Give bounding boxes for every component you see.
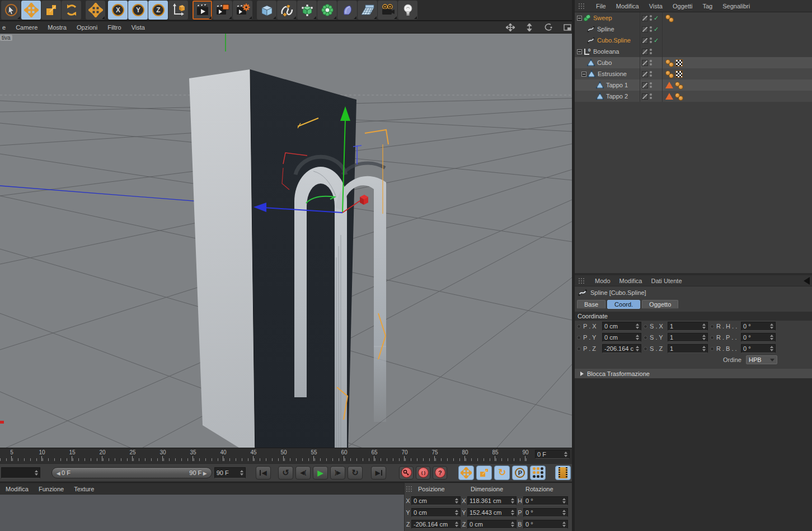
goto-end-icon[interactable]: ▶ xyxy=(371,466,386,480)
menu-modo[interactable]: Modo xyxy=(595,278,611,284)
menu-oggetti[interactable]: Oggetti xyxy=(673,3,692,10)
sx-field[interactable]: 1 xyxy=(668,322,708,331)
pan-view-icon[interactable] xyxy=(506,24,515,31)
rotate-icon[interactable] xyxy=(62,1,81,20)
enabled-check-icon[interactable]: ✓ xyxy=(654,15,659,22)
rotate-view-icon[interactable] xyxy=(544,24,553,31)
spinner[interactable] xyxy=(636,335,639,340)
material-list-area[interactable] xyxy=(0,495,404,531)
phong-tag-icon[interactable] xyxy=(665,15,674,22)
anim-dot[interactable] xyxy=(710,336,714,340)
menu-mostra[interactable]: Mostra xyxy=(48,24,67,31)
phong-tag-icon[interactable] xyxy=(675,93,683,100)
layer-toggle[interactable] xyxy=(642,60,648,66)
visibility-dots[interactable] xyxy=(650,93,652,99)
layer-toggle[interactable] xyxy=(642,71,648,77)
layer-toggle[interactable] xyxy=(642,82,648,88)
visibility-dots[interactable] xyxy=(650,26,652,32)
visibility-dots[interactable] xyxy=(650,71,652,77)
collapse-icon[interactable] xyxy=(577,49,582,54)
dim-x-field[interactable]: 118.361 cm xyxy=(467,496,517,505)
end-frame-field[interactable]: 90 F xyxy=(214,467,246,478)
tab-base[interactable]: Base xyxy=(577,300,606,309)
object-label[interactable]: Spline xyxy=(597,26,614,32)
visibility-dots[interactable] xyxy=(650,37,652,43)
move-free-icon[interactable] xyxy=(86,1,105,20)
object-label[interactable]: Tappo 1 xyxy=(606,82,628,88)
spline-pen-icon[interactable] xyxy=(277,1,297,20)
anim-dot[interactable] xyxy=(644,325,647,328)
collapse-icon[interactable] xyxy=(577,16,582,21)
anim-dot[interactable] xyxy=(710,325,714,328)
visibility-dots[interactable] xyxy=(650,60,652,65)
collapse-icon[interactable] xyxy=(581,72,586,77)
object-label[interactable]: Sweep xyxy=(593,15,612,21)
spinner[interactable] xyxy=(770,346,773,351)
render-settings-icon[interactable] xyxy=(233,1,252,20)
object-row-cubo[interactable]: Cubo xyxy=(575,57,812,68)
scale-icon[interactable] xyxy=(41,1,61,20)
preview-range-slider[interactable]: ◀ 0 F 90 F ▶ xyxy=(51,467,212,478)
play-backward-icon[interactable]: ↺ xyxy=(278,466,293,480)
timeline-ruler[interactable]: 5 10 15 20 25 30 35 40 45 50 55 60 65 70… xyxy=(0,448,572,463)
menu-camere[interactable]: Camere xyxy=(16,24,37,31)
render-picture-icon[interactable] xyxy=(213,1,232,20)
prev-key-icon[interactable]: ◀( xyxy=(295,466,311,480)
zoom-view-icon[interactable] xyxy=(525,24,534,31)
environment-icon[interactable] xyxy=(358,1,377,20)
enabled-check-icon[interactable]: ✓ xyxy=(654,37,659,44)
rot-h-field[interactable]: 0 ° xyxy=(523,496,568,505)
layer-toggle[interactable] xyxy=(642,15,648,21)
play-forward-icon[interactable]: ↻ xyxy=(348,466,363,480)
camera-icon[interactable] xyxy=(378,1,397,20)
coordinate-section-header[interactable]: Coordinate xyxy=(575,312,812,321)
menu-modifica[interactable]: Modifica xyxy=(6,486,29,492)
coord-system-icon[interactable] xyxy=(168,1,188,20)
render-view-icon[interactable] xyxy=(193,1,212,20)
object-label[interactable]: Cubo xyxy=(597,59,612,66)
key-rotation-icon[interactable]: ↻ xyxy=(494,466,510,480)
spinner[interactable] xyxy=(240,470,243,476)
viewport-name-badge[interactable]: tiva xyxy=(0,35,12,41)
key-parameter-icon[interactable]: P xyxy=(512,466,528,480)
object-label[interactable]: Cubo.Spline xyxy=(597,37,631,44)
menu-dati-utente[interactable]: Dati Utente xyxy=(651,278,682,284)
rot-b-field[interactable]: 0 ° xyxy=(523,520,568,529)
anim-dot[interactable] xyxy=(710,347,714,351)
caps-tag-icon[interactable] xyxy=(665,93,673,100)
ordine-dropdown[interactable]: HPB xyxy=(746,355,777,364)
panel-grip-icon[interactable] xyxy=(578,3,585,10)
axis-y-icon[interactable]: Y xyxy=(128,1,148,20)
pos-z-field[interactable]: -206.164 cm xyxy=(411,520,461,529)
spinner[interactable] xyxy=(636,346,639,351)
object-row-sweep[interactable]: Sweep ✓ xyxy=(575,12,812,24)
py-field[interactable]: 0 cm xyxy=(602,333,641,342)
enabled-check-icon[interactable]: ✓ xyxy=(654,26,659,33)
primitive-cube-icon[interactable] xyxy=(257,1,276,20)
pos-x-field[interactable]: 0 cm xyxy=(411,496,461,505)
dim-z-field[interactable]: 0 cm xyxy=(467,520,517,529)
px-field[interactable]: 0 cm xyxy=(602,322,641,331)
layer-toggle[interactable] xyxy=(642,37,648,44)
phong-tag-icon[interactable] xyxy=(675,82,683,89)
rh-field[interactable]: 0 ° xyxy=(741,322,776,331)
menu-vista[interactable]: Vista xyxy=(132,24,145,31)
menu-segnalibri[interactable]: Segnalibri xyxy=(722,3,750,10)
select-arrow-icon[interactable] xyxy=(1,1,21,20)
menu-modifica-cut[interactable]: e xyxy=(2,24,6,31)
object-label[interactable]: Tappo 2 xyxy=(606,93,628,100)
rp-field[interactable]: 0 ° xyxy=(741,333,776,342)
layer-toggle[interactable] xyxy=(642,49,648,55)
visibility-dots[interactable] xyxy=(650,82,652,88)
layer-toggle[interactable] xyxy=(642,93,648,100)
anim-dot[interactable] xyxy=(644,336,647,340)
menu-opzioni[interactable]: Opzioni xyxy=(77,24,97,31)
history-back-icon[interactable] xyxy=(804,277,810,285)
spinner[interactable] xyxy=(636,323,639,329)
blocca-trasformazione-section[interactable]: Blocca Trasformazione xyxy=(575,369,812,378)
viewport-3d[interactable]: tiva xyxy=(0,34,572,448)
axis-x-icon[interactable]: X xyxy=(108,1,128,20)
maximize-view-icon[interactable] xyxy=(563,24,572,31)
light-icon[interactable] xyxy=(398,1,417,20)
record-key-icon[interactable] xyxy=(399,466,414,480)
